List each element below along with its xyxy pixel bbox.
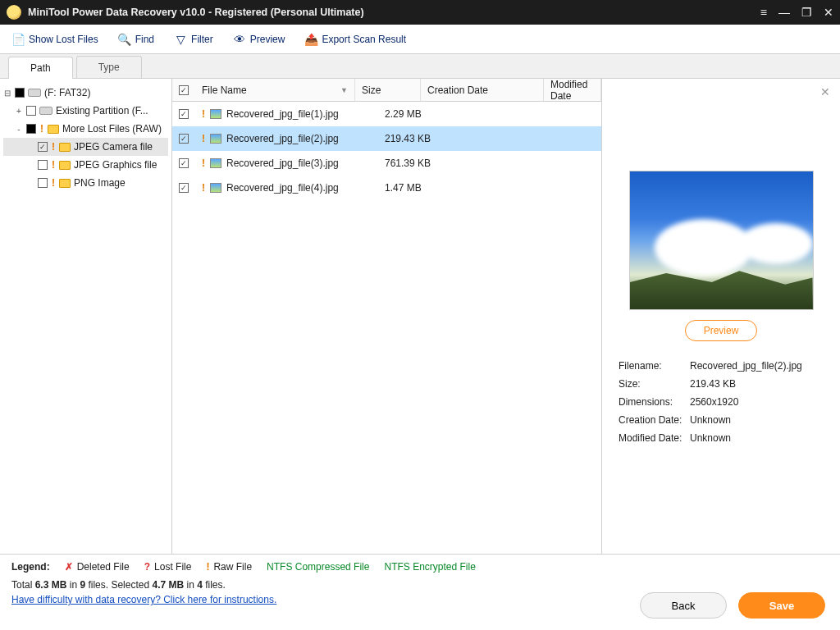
collapse-icon[interactable]: ⊟	[3, 89, 11, 98]
file-size: 219.43 KB	[378, 133, 444, 144]
image-icon	[210, 183, 221, 193]
column-filename[interactable]: File Name▼	[195, 79, 355, 101]
select-all-column[interactable]	[172, 79, 195, 101]
file-row[interactable]: !Recovered_jpg_file(4).jpg1.47 MB	[172, 176, 601, 200]
close-preview-icon[interactable]: ✕	[820, 85, 830, 98]
app-icon	[7, 5, 21, 20]
checkbox[interactable]	[15, 88, 25, 98]
x-icon: ✗	[65, 561, 73, 573]
menu-icon[interactable]: ≡	[760, 7, 767, 18]
tab-path[interactable]: Path	[8, 57, 73, 79]
legend-label: Legend:	[11, 561, 50, 573]
find-button[interactable]: 🔍 Find	[118, 33, 154, 46]
checkbox[interactable]	[179, 158, 189, 168]
tab-type[interactable]: Type	[76, 56, 142, 78]
raw-file-icon: !	[202, 158, 205, 169]
file-row[interactable]: !Recovered_jpg_file(2).jpg219.43 KB	[172, 126, 601, 151]
tree-subitem[interactable]: ! JPEG Graphics file	[3, 156, 168, 174]
filter-button[interactable]: ▽ Filter	[174, 33, 213, 46]
tree-subitem-label: PNG Image	[74, 177, 126, 189]
meta-value: Unknown	[688, 412, 825, 428]
help-link[interactable]: Have difficulty with data recovery? Clic…	[11, 594, 276, 605]
preview-image	[629, 171, 814, 310]
warning-icon: !	[39, 123, 44, 135]
checkbox[interactable]	[179, 85, 189, 95]
checkbox[interactable]	[179, 134, 189, 144]
file-size: 1.47 MB	[378, 182, 444, 194]
collapse-icon[interactable]: -	[15, 125, 23, 134]
eye-icon: 👁	[233, 33, 246, 46]
preview-enlarge-button[interactable]: Preview	[685, 320, 758, 341]
save-button[interactable]: Save	[738, 592, 825, 619]
folder-icon	[59, 143, 71, 152]
meta-label: Modified Date:	[617, 430, 687, 446]
file-size: 761.39 KB	[378, 158, 444, 169]
search-icon: 🔍	[118, 33, 131, 46]
checkbox[interactable]	[38, 142, 48, 152]
file-size: 2.29 MB	[378, 108, 444, 120]
file-row[interactable]: !Recovered_jpg_file(1).jpg2.29 MB	[172, 102, 601, 126]
preview-button[interactable]: 👁 Preview	[233, 33, 285, 46]
status-text: Total	[11, 579, 35, 591]
column-modified-date[interactable]: Modified Date	[544, 79, 601, 101]
status-text: in	[184, 579, 197, 591]
status-text: files. Selected	[85, 579, 152, 591]
file-list-header: File Name▼ Size Creation Date Modified D…	[172, 79, 601, 102]
toolbar: 📄 Show Lost Files 🔍 Find ▽ Filter 👁 Prev…	[0, 25, 840, 54]
minimize-icon[interactable]: —	[778, 7, 790, 18]
checkbox[interactable]	[179, 183, 189, 193]
warning-icon: !	[51, 159, 56, 171]
window-controls: ≡ — ❐ ✕	[760, 7, 833, 18]
legend-deleted: ✗Deleted File	[65, 561, 130, 573]
filter-icon: ▽	[174, 33, 187, 46]
file-row[interactable]: !Recovered_jpg_file(3).jpg761.39 KB	[172, 151, 601, 176]
checkbox[interactable]	[26, 106, 36, 116]
warning-icon: !	[51, 141, 56, 153]
folder-icon	[59, 161, 71, 170]
checkbox[interactable]	[179, 109, 189, 119]
maximize-icon[interactable]: ❐	[801, 7, 812, 18]
show-lost-files-button[interactable]: 📄 Show Lost Files	[11, 33, 98, 46]
image-icon	[210, 134, 221, 144]
title-bar: MiniTool Power Data Recovery v10.0 - Reg…	[0, 0, 840, 25]
checkbox[interactable]	[38, 178, 48, 188]
back-button[interactable]: Back	[640, 592, 727, 619]
tree-item-label: More Lost Files (RAW)	[62, 123, 162, 135]
meta-label: Dimensions:	[617, 394, 687, 410]
raw-file-icon: !	[202, 182, 205, 194]
tree-subitem[interactable]: ! PNG Image	[3, 174, 168, 192]
warning-icon: !	[51, 177, 56, 189]
question-icon: ?	[144, 561, 150, 573]
legend-text: Lost File	[154, 561, 191, 573]
column-creation-date[interactable]: Creation Date	[421, 79, 544, 101]
sort-desc-icon: ▼	[340, 86, 348, 94]
tree-subitem[interactable]: ! JPEG Camera file	[3, 138, 168, 156]
file-name: Recovered_jpg_file(2).jpg	[226, 133, 339, 144]
tree-subitem-label: JPEG Camera file	[74, 141, 153, 153]
export-button[interactable]: 📤 Export Scan Result	[304, 33, 406, 46]
drive-icon	[28, 89, 41, 97]
view-tabs: Path Type	[0, 54, 840, 79]
preview-metadata: Filename:Recovered_jpg_file(2).jpg Size:…	[615, 356, 827, 448]
tree-root[interactable]: ⊟ (F: FAT32)	[3, 84, 168, 102]
status-line: Total 6.3 MB in 9 files. Selected 4.7 MB…	[0, 574, 840, 594]
meta-label: Creation Date:	[617, 412, 687, 428]
tree-item[interactable]: + Existing Partition (F...	[3, 102, 168, 120]
expand-icon[interactable]: +	[15, 107, 23, 116]
exclaim-icon: !	[206, 561, 209, 573]
main-area: ⊟ (F: FAT32) + Existing Partition (F... …	[0, 79, 840, 555]
tree-item-label: Existing Partition (F...	[56, 105, 148, 116]
tree-subitem-label: JPEG Graphics file	[74, 159, 157, 171]
partition-icon	[39, 107, 52, 115]
image-icon	[210, 109, 221, 119]
checkbox[interactable]	[38, 160, 48, 170]
raw-file-icon: !	[202, 133, 205, 144]
image-icon	[210, 158, 221, 168]
close-icon[interactable]: ✕	[824, 7, 833, 18]
find-label: Find	[135, 34, 154, 45]
raw-file-icon: !	[202, 108, 205, 120]
tree-item[interactable]: - ! More Lost Files (RAW)	[3, 120, 168, 138]
checkbox[interactable]	[26, 124, 36, 134]
column-size[interactable]: Size	[355, 79, 421, 101]
tree-root-label: (F: FAT32)	[44, 87, 90, 98]
